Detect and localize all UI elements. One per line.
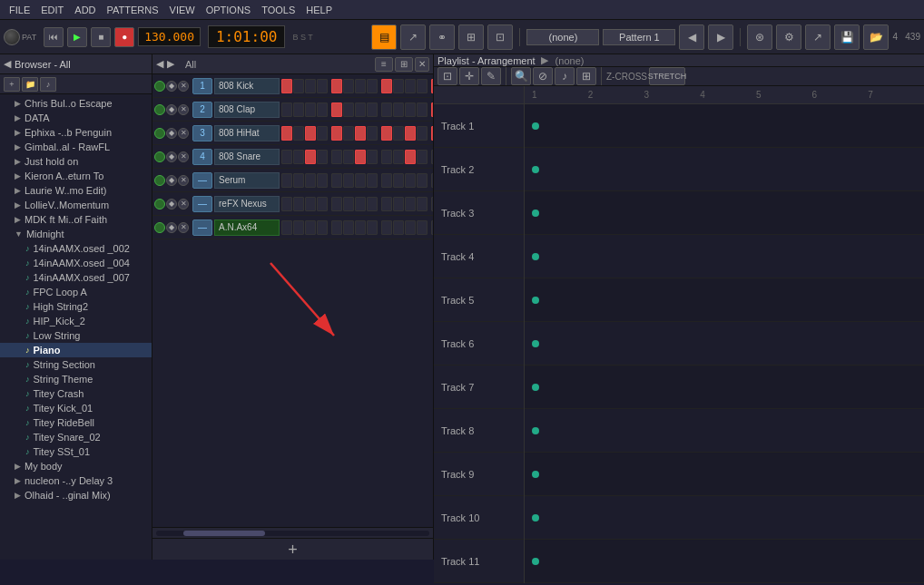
- step-mute-btn[interactable]: ✕: [178, 222, 189, 233]
- track-label[interactable]: Track 1: [434, 104, 524, 148]
- sidebar-item[interactable]: ▶Laurie W..mo Edit): [0, 183, 152, 198]
- step-beat[interactable]: [381, 126, 392, 141]
- track-label[interactable]: Track 4: [434, 235, 524, 278]
- track-label[interactable]: Track 10: [434, 496, 524, 540]
- step-mute-btn[interactable]: ✕: [178, 128, 189, 139]
- step-beat[interactable]: [381, 173, 392, 188]
- step-beat[interactable]: [343, 126, 354, 141]
- track-grid-row[interactable]: [525, 366, 924, 409]
- export-button[interactable]: ↗: [805, 24, 831, 50]
- step-channel-name[interactable]: 808 Kick: [214, 78, 280, 94]
- sidebar-item[interactable]: ♪14inAAMX.osed _007: [0, 270, 152, 285]
- track-grid-row[interactable]: [525, 148, 924, 191]
- step-beat[interactable]: [331, 79, 342, 93]
- pl-draw-btn[interactable]: ✎: [481, 67, 501, 85]
- step-active-btn[interactable]: [154, 175, 165, 186]
- step-beat[interactable]: [281, 102, 292, 117]
- sidebar-item[interactable]: ♪Piano: [0, 343, 152, 357]
- step-beat[interactable]: [317, 150, 328, 164]
- step-beat[interactable]: [293, 173, 304, 188]
- sidebar-item[interactable]: ▶LollieV..Momentum: [0, 198, 152, 212]
- step-beat[interactable]: [367, 102, 378, 117]
- menu-options[interactable]: OPTIONS: [201, 5, 257, 15]
- sidebar-item[interactable]: ♪14inAAMX.osed _004: [0, 256, 152, 270]
- sidebar-add-btn[interactable]: +: [4, 77, 20, 92]
- step-beat[interactable]: [367, 79, 378, 93]
- step-beat[interactable]: [367, 173, 378, 188]
- track-label[interactable]: Track 9: [434, 453, 524, 496]
- step-beat[interactable]: [355, 220, 366, 235]
- track-grid-row[interactable]: [525, 104, 924, 148]
- sidebar-item[interactable]: ♪Titey RideBell: [0, 415, 152, 430]
- step-beat[interactable]: [417, 126, 428, 141]
- step-beat[interactable]: [393, 173, 404, 188]
- step-beat[interactable]: [293, 102, 304, 117]
- sidebar-item[interactable]: ♪High String2: [0, 299, 152, 314]
- stretch-btn[interactable]: STRETCH: [649, 67, 685, 85]
- step-beat[interactable]: [417, 79, 428, 93]
- seq-nav-fwd[interactable]: ▶: [167, 58, 174, 70]
- step-active-btn[interactable]: [154, 199, 165, 210]
- menu-tools[interactable]: TOOLS: [256, 5, 300, 15]
- step-beat[interactable]: [381, 150, 392, 164]
- step-active-btn[interactable]: [154, 151, 165, 162]
- step-beat[interactable]: [331, 173, 342, 188]
- browser-button[interactable]: ⊡: [487, 24, 513, 50]
- menu-file[interactable]: FILE: [4, 5, 35, 15]
- step-beat[interactable]: [405, 79, 416, 93]
- seq-bars-btn[interactable]: ≡: [375, 57, 393, 72]
- track-label[interactable]: Track 6: [434, 322, 524, 366]
- pl-snap-btn[interactable]: ⊞: [576, 67, 596, 85]
- menu-edit[interactable]: EDIT: [35, 5, 69, 15]
- step-solo-btn[interactable]: ◆: [166, 104, 177, 115]
- sidebar-item[interactable]: ♪String Section: [0, 357, 152, 372]
- step-beat[interactable]: [417, 220, 428, 235]
- sidebar-item[interactable]: ♪Low String: [0, 328, 152, 343]
- step-beat[interactable]: [281, 79, 292, 93]
- track-label[interactable]: Track 2: [434, 148, 524, 191]
- step-channel-name[interactable]: Serum: [214, 172, 280, 189]
- step-beat[interactable]: [317, 173, 328, 188]
- step-beat[interactable]: [431, 150, 433, 164]
- step-beat[interactable]: [405, 126, 416, 141]
- sidebar-item[interactable]: ▶Just hold on: [0, 154, 152, 169]
- step-beat[interactable]: [281, 126, 292, 141]
- sidebar-item[interactable]: ♪Titey Crash: [0, 386, 152, 401]
- step-beat[interactable]: [317, 197, 328, 211]
- step-solo-btn[interactable]: ◆: [166, 175, 177, 186]
- step-beat[interactable]: [431, 126, 433, 141]
- step-beat[interactable]: [381, 79, 392, 93]
- step-beat[interactable]: [281, 150, 292, 164]
- step-beat[interactable]: [305, 79, 316, 93]
- step-beat[interactable]: [343, 102, 354, 117]
- record2-button[interactable]: ⊛: [747, 24, 772, 50]
- step-solo-btn[interactable]: ◆: [166, 128, 177, 139]
- pl-move-btn[interactable]: ✛: [459, 67, 479, 85]
- track-grid-row[interactable]: [525, 322, 924, 366]
- save-button[interactable]: 💾: [834, 24, 860, 50]
- step-beat[interactable]: [331, 102, 342, 117]
- step-beat[interactable]: [317, 220, 328, 235]
- sidebar-item[interactable]: ▶Chris Bul..o Escape: [0, 96, 152, 111]
- step-beat[interactable]: [305, 173, 316, 188]
- step-beat[interactable]: [331, 220, 342, 235]
- step-active-btn[interactable]: [154, 104, 165, 115]
- step-beat[interactable]: [305, 102, 316, 117]
- track-grid-row[interactable]: [525, 235, 924, 278]
- record-button[interactable]: ●: [114, 27, 134, 47]
- step-mute-btn[interactable]: ✕: [178, 199, 189, 210]
- step-beat[interactable]: [431, 173, 433, 188]
- step-beat[interactable]: [355, 102, 366, 117]
- menu-view[interactable]: VIEW: [164, 5, 201, 15]
- step-beat[interactable]: [331, 126, 342, 141]
- sidebar-item[interactable]: ▶Gimbal..al - RawFL: [0, 140, 152, 154]
- pl-mixer-btn[interactable]: ⊡: [437, 67, 457, 85]
- step-mute-btn[interactable]: ✕: [178, 175, 189, 186]
- track-label[interactable]: Track 3: [434, 191, 524, 235]
- step-beat[interactable]: [343, 197, 354, 211]
- step-beat[interactable]: [355, 173, 366, 188]
- sidebar-item[interactable]: ♪14inAAMX.osed _002: [0, 241, 152, 256]
- step-active-btn[interactable]: [154, 222, 165, 233]
- piano-roll-button[interactable]: ↗: [400, 24, 426, 50]
- none-dropdown[interactable]: (none): [526, 29, 599, 45]
